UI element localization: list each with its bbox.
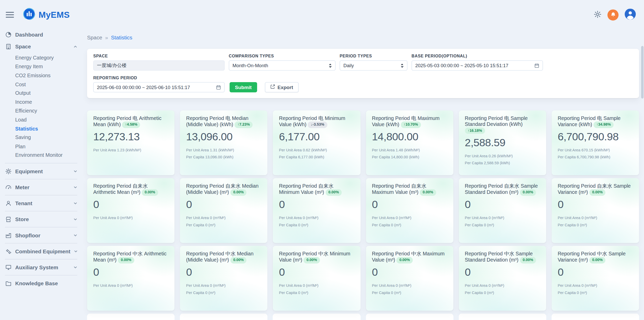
user-avatar-button[interactable] xyxy=(625,8,636,21)
sidebar-subitem-output[interactable]: Output xyxy=(15,89,77,98)
sidebar-item-label: Meter xyxy=(15,184,29,190)
card-title: Reporting Period 电 Sample Standard Devia… xyxy=(465,115,540,134)
trend-badge: 0.00% xyxy=(326,189,342,196)
comparison-types-select[interactable]: Month-On-Month xyxy=(229,60,336,71)
submit-button[interactable]: Submit xyxy=(230,82,257,92)
card-subline: Per Unit Area 0 (m³/M²) xyxy=(93,214,168,221)
sidebar-item-equipment[interactable]: Equipment xyxy=(5,166,77,176)
export-button[interactable]: Export xyxy=(265,82,299,92)
stat-card: Reporting Period 电 Maximum Value (kWh) ↑… xyxy=(366,110,453,175)
card-subline: Per Unit Area 0 (m³/M²) xyxy=(558,214,633,221)
notifications-bell-button[interactable] xyxy=(607,9,618,20)
scrollbar-thumb[interactable] xyxy=(641,46,644,99)
trend-badge: 0.00% xyxy=(589,257,606,263)
sidebar-subitem-plan[interactable]: Plan xyxy=(15,142,77,151)
card-sublines: Per Unit Area 0 (m³/M²) xyxy=(93,282,168,289)
card-title: Reporting Period 电 Maximum Value (kWh) ↑… xyxy=(372,115,447,128)
stat-card: Reporting Period 中水 Arithmetic Mean (m³)… xyxy=(87,246,175,311)
card-subline: Per Unit Area 0.26 (kWh/M²) xyxy=(465,153,540,160)
hamburger-menu-button[interactable] xyxy=(6,12,14,18)
card-subline: Per Capita 14,800.00 (kWh) xyxy=(372,154,447,161)
card-subline: Per Unit Area 1.23 (kWh/M²) xyxy=(93,147,168,154)
sidebar-subitem-efficiency[interactable]: Efficiency xyxy=(15,107,77,115)
card-subline: Per Capita 0 (m³) xyxy=(186,289,261,296)
sidebar-item-label: Store xyxy=(15,216,29,222)
period-types-field: PERIOD TYPES Daily xyxy=(340,54,408,71)
sidebar-item-dashboard[interactable]: Dashboard xyxy=(5,30,77,39)
card-subline: Per Capita 0 (m³) xyxy=(558,221,633,228)
card-sublines: Per Unit Area 1.31 (kWh/M²)Per Capita 13… xyxy=(186,147,261,161)
sidebar-item-auxiliary-system[interactable]: Auxiliary System xyxy=(5,262,77,272)
base-period-input[interactable] xyxy=(415,63,532,68)
select-arrows-icon xyxy=(401,63,404,68)
reporting-period-label: REPORTING PERIOD xyxy=(93,75,225,80)
sidebar-item-shopfloor[interactable]: Shopfloor xyxy=(5,230,77,240)
card-value: 0 xyxy=(465,266,540,278)
card-sublines: Per Unit Area 0 (m³/M²)Per Capita 0 (m³) xyxy=(279,282,354,296)
stat-card: Reporting Period 自来水 Minimum Value (m³) … xyxy=(273,178,360,243)
trend-badge: 0.00% xyxy=(520,189,536,196)
next-row-card-partial xyxy=(366,314,453,320)
sidebar-item-tenant[interactable]: Tenant xyxy=(5,198,77,208)
sidebar-divider xyxy=(5,179,77,179)
user-avatar-icon xyxy=(625,8,636,21)
card-subline: Per Unit Area 0 (m³/M²) xyxy=(279,214,354,221)
sidebar-subitem-saving[interactable]: Saving xyxy=(15,133,77,142)
sidebar-subitem-energy-item[interactable]: Energy Item xyxy=(15,62,77,71)
chevron-up-icon xyxy=(73,45,77,48)
sidebar-subitem-cost[interactable]: Cost xyxy=(15,80,77,89)
period-types-label: PERIOD TYPES xyxy=(340,54,408,58)
chevron-down-icon xyxy=(74,249,78,253)
sidebar-nav: DashboardSpaceEnergy CategoryEnergy Item… xyxy=(5,30,77,288)
sidebar-item-store[interactable]: Store xyxy=(5,214,77,224)
card-title: Reporting Period 自来水 Minimum Value (m³) … xyxy=(279,183,354,196)
stat-card: Reporting Period 电 Minimum Value (kWh) ↓… xyxy=(273,110,360,175)
card-subline: Per Capita 0 (m³) xyxy=(558,289,633,296)
sidebar-item-knowledge-base[interactable]: Knowledge Base xyxy=(5,278,77,288)
breadcrumb-statistics-current[interactable]: Statistics xyxy=(111,34,132,41)
card-value: 0 xyxy=(93,198,168,211)
comparison-types-value: Month-On-Month xyxy=(232,63,268,68)
stat-card: Reporting Period 电 Arithmetic Mean (kWh)… xyxy=(87,110,175,175)
sidebar-divider xyxy=(5,211,77,212)
export-button-label: Export xyxy=(277,84,293,90)
sidebar-subitem-co2-emissions[interactable]: CO2 Emissions xyxy=(15,71,77,80)
sidebar-item-space[interactable]: Space xyxy=(5,41,77,51)
card-sublines: Per Unit Area 0 (m³/M²)Per Capita 0 (m³) xyxy=(372,214,447,228)
reporting-period-input[interactable] xyxy=(97,85,214,90)
sidebar-subitem-environment-monitor[interactable]: Environment Monitor xyxy=(15,151,77,160)
trend-badge: 0.00% xyxy=(142,189,158,196)
breadcrumb-space-link[interactable]: Space xyxy=(87,34,102,41)
stat-card: Reporting Period 中水 Minimum Value (m³) 0… xyxy=(273,246,360,311)
card-subline: Per Unit Area 0.62 (kWh/M²) xyxy=(279,147,354,154)
trend-badge: ↑4.58% xyxy=(122,122,140,128)
card-subline: Per Unit Area 0 (m³/M²) xyxy=(93,282,168,289)
sidebar-item-combined-equipment[interactable]: Combined Equipment xyxy=(5,246,77,256)
sidebar-subitem-load[interactable]: Load xyxy=(15,115,77,124)
card-sublines: Per Unit Area 1.48 (kWh/M²)Per Capita 14… xyxy=(372,147,447,161)
trend-badge: 0.00% xyxy=(230,189,247,196)
card-subline: Per Capita 0 (m³) xyxy=(186,221,261,228)
select-arrows-icon xyxy=(329,63,332,68)
stat-card: Reporting Period 电 Sample Variance (kWh)… xyxy=(552,110,639,175)
sidebar-subitem-energy-category[interactable]: Energy Category xyxy=(15,53,77,62)
sidebar-item-label: Tenant xyxy=(15,200,32,206)
space-input[interactable] xyxy=(97,63,221,68)
sidebar-subitem-income[interactable]: Income xyxy=(15,98,77,106)
card-title: Reporting Period 中水 Sample Standard Devi… xyxy=(465,251,540,263)
statistics-cards-grid: Reporting Period 电 Arithmetic Mean (kWh)… xyxy=(87,110,639,311)
card-title: Reporting Period 自来水 Arithmetic Mean (m³… xyxy=(93,183,168,196)
next-row-card-partial xyxy=(273,314,360,320)
user-icon xyxy=(5,200,12,207)
card-title: Reporting Period 电 Median (Middle Value)… xyxy=(186,115,261,128)
card-value: 0 xyxy=(465,198,540,211)
settings-gear-button[interactable] xyxy=(594,11,601,19)
period-types-select[interactable]: Daily xyxy=(340,60,408,71)
next-cards-row-partial xyxy=(87,314,639,320)
brand-logo[interactable]: MyEMS xyxy=(23,8,70,22)
sidebar-item-meter[interactable]: Meter xyxy=(5,182,77,192)
sidebar-subitem-statistics[interactable]: Statistics xyxy=(15,124,77,133)
card-sublines: Per Unit Area 0 (m³/M²)Per Capita 0 (m³) xyxy=(372,282,447,296)
stat-card: Reporting Period 自来水 Median (Middle Valu… xyxy=(180,178,268,243)
card-sublines: Per Unit Area 0 (m³/M²)Per Capita 0 (m³) xyxy=(558,282,633,296)
